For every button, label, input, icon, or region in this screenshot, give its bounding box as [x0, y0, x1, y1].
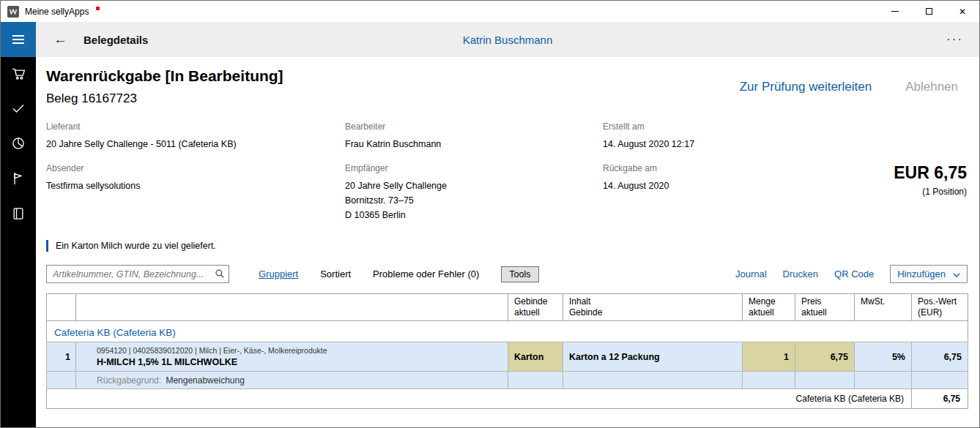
col-header-inhalt[interactable]: Inhalt Gebinde [563, 294, 743, 321]
maximize-icon [926, 8, 932, 15]
user-name[interactable]: Katrin Buschmann [36, 34, 979, 46]
field-value: Frau Katrin Buschmann [345, 137, 603, 151]
sidebar-item-cart[interactable] [1, 57, 36, 92]
field-erstellt-am: Erstellt am 14. August 2020 12:17 [603, 121, 823, 151]
col-header-menge[interactable]: Menge aktuell [743, 294, 795, 321]
reason-label: Rückgabegrund: [97, 375, 161, 386]
total-amount: EUR 6,75 [823, 163, 967, 183]
table-row[interactable]: 1 0954120 | 04025839012020 | Milch | Eie… [47, 342, 968, 372]
maximize-button[interactable] [912, 1, 946, 22]
journal-link[interactable]: Journal [735, 269, 767, 279]
window-controls: ✕ [878, 1, 979, 22]
empty-cell [508, 372, 563, 389]
document-total: EUR 6,75 (1 Position) [823, 163, 968, 222]
col-header-rownum[interactable] [47, 294, 76, 321]
empty-cell [795, 372, 855, 389]
back-button[interactable]: ← [53, 31, 67, 48]
inhalt-cell[interactable]: Karton a 12 Packung [563, 342, 743, 372]
notification-dot-icon [96, 7, 100, 10]
field-empfaenger: Empfänger 20 Jahre Selly Challenge Borni… [345, 163, 603, 222]
empty-cell [563, 372, 743, 389]
document-note: Ein Karton Milch wurde zu viel geliefert… [46, 240, 968, 252]
app-body: Katrin Buschmann ← Belegdetails ··· Ware… [1, 22, 979, 427]
group-label: Cafeteria KB (Cafeteria KB) [47, 321, 968, 342]
col-header-line: Menge [749, 296, 789, 307]
field-lieferant: Lieferant 20 Jahre Selly Challenge - 501… [46, 121, 345, 151]
col-header-article[interactable] [76, 294, 508, 321]
print-link[interactable]: Drucken [783, 269, 818, 279]
mwst-cell: 5% [855, 342, 912, 372]
qr-code-link[interactable]: QR Code [834, 269, 874, 279]
field-bearbeiter: Bearbeiter Frau Katrin Buschmann [345, 121, 603, 151]
add-button[interactable]: Hinzufügen [890, 265, 968, 283]
search-wrap [46, 265, 229, 283]
field-rueckgabe-am: Rückgabe am 14. August 2020 [603, 163, 823, 222]
col-header-line: (EUR) [918, 307, 962, 318]
reason-row: Rückgabegrund: Mengenabweichung [47, 372, 968, 389]
col-header-line: MwSt. [861, 296, 905, 307]
group-row[interactable]: Cafeteria KB (Cafeteria KB) [47, 321, 968, 342]
forward-for-review-button[interactable]: Zur Prüfung weiterleiten [740, 80, 872, 94]
footer-group-total: 6,75 [912, 389, 968, 409]
cart-icon [11, 66, 26, 84]
article-name: H-MILCH 1,5% 1L MILCHWOLKE [97, 357, 502, 367]
document-title: Warenrückgabe [In Bearbeitung] [46, 67, 283, 85]
gebinde-cell[interactable]: Karton [508, 342, 563, 372]
field-label: Bearbeiter [345, 121, 603, 132]
sidebar-item-tasks[interactable] [1, 92, 36, 127]
sidebar-item-flag[interactable] [1, 162, 36, 198]
app-window: Meine sellyApps ✕ [0, 0, 980, 428]
col-header-gebinde[interactable]: Gebinde aktuell [508, 294, 563, 321]
document-actions: Zur Prüfung weiterleiten Ablehnen [740, 80, 968, 94]
col-header-line: Gebinde [514, 296, 557, 307]
col-header-line: Preis [801, 296, 848, 307]
table-footer-row: Cafeteria KB (Cafeteria KB) 6,75 [47, 389, 968, 409]
field-label: Erstellt am [603, 121, 823, 132]
poswert-cell: 6,75 [912, 342, 968, 372]
sidebar [1, 22, 36, 427]
field-label: Absender [46, 163, 345, 173]
field-value: Bornitzstr. 73–75 [345, 193, 603, 208]
col-header-line: aktuell [801, 307, 848, 318]
reason-value: Mengenabweichung [166, 375, 244, 386]
notebook-icon [11, 206, 26, 224]
col-header-line: aktuell [749, 307, 789, 318]
grouped-toggle[interactable]: Gruppiert [259, 269, 298, 279]
search-input[interactable] [46, 265, 229, 283]
col-header-line: aktuell [514, 307, 557, 318]
document-fields: Lieferant 20 Jahre Selly Challenge - 501… [46, 121, 968, 222]
app-title: Meine sellyApps [25, 7, 89, 17]
article-meta: 0954120 | 04025839012020 | Milch | Eier-… [97, 346, 502, 355]
field-label: Lieferant [46, 121, 345, 132]
checkmark-icon [11, 101, 26, 119]
preis-cell[interactable]: 6,75 [795, 342, 855, 372]
sidebar-item-statistics[interactable] [1, 127, 36, 162]
sidebar-item-journal[interactable] [1, 198, 36, 233]
menu-button[interactable] [1, 22, 36, 57]
sorted-toggle[interactable]: Sortiert [320, 269, 351, 279]
col-header-preis[interactable]: Preis aktuell [795, 294, 855, 321]
empty-cell [47, 372, 76, 389]
items-table: Gebinde aktuell Inhalt Gebinde Menge akt… [46, 293, 968, 409]
col-header-poswert[interactable]: Pos.-Wert (EUR) [912, 294, 968, 321]
col-header-mwst[interactable]: MwSt. [855, 294, 912, 321]
problems-filter[interactable]: Probleme oder Fehler (0) [373, 269, 479, 279]
field-value: Testfirma sellysolutions [46, 179, 345, 193]
tools-button[interactable]: Tools [501, 266, 538, 282]
content: Warenrückgabe [In Bearbeitung] Beleg 161… [36, 57, 979, 427]
close-icon: ✕ [959, 7, 966, 17]
add-button-label: Hinzufügen [897, 269, 946, 279]
document-number: Beleg 16167723 [46, 91, 283, 106]
minimize-icon [891, 11, 899, 12]
menge-cell[interactable]: 1 [743, 342, 795, 372]
reject-button[interactable]: Ablehnen [905, 80, 958, 94]
search-icon[interactable] [215, 269, 225, 282]
minimize-button[interactable] [878, 1, 912, 22]
empty-cell [743, 372, 795, 389]
close-button[interactable]: ✕ [946, 1, 979, 22]
col-header-line: Pos.-Wert [918, 296, 962, 307]
col-header-line: Gebinde [569, 307, 736, 318]
field-value: 20 Jahre Selly Challenge - 5011 (Cafeter… [46, 137, 345, 151]
more-options-button[interactable]: ··· [946, 32, 963, 47]
titlebar: Meine sellyApps ✕ [1, 1, 979, 22]
